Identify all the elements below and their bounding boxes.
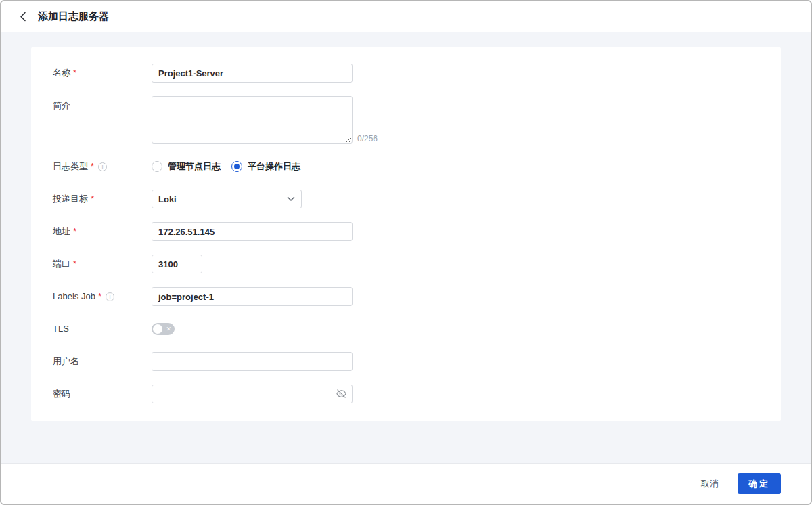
description-label-text: 简介 [53,96,70,115]
tls-toggle[interactable] [152,323,175,335]
required-asterisk: * [73,64,76,83]
port-label: 端口 * [53,255,152,273]
target-select-value: Loki [158,194,177,204]
target-label-text: 投递目标 [53,190,88,208]
address-label-text: 地址 [53,222,70,241]
password-input[interactable] [152,385,353,403]
chevron-left-icon [20,12,26,22]
form-row-password: 密码 [53,385,759,403]
form-row-description: 简介 0/256 [53,96,759,144]
log-type-radio-group: 管理节点日志 平台操作日志 [152,157,300,176]
radio-label: 管理节点日志 [168,160,221,173]
target-label: 投递目标 * [53,190,152,208]
password-label: 密码 [53,385,152,403]
name-input[interactable] [152,64,353,83]
radio-label: 平台操作日志 [248,160,300,173]
required-asterisk: * [73,255,76,273]
port-label-text: 端口 [53,255,70,273]
port-input[interactable] [152,255,202,273]
x-mark-icon [166,326,171,332]
password-label-text: 密码 [53,385,70,403]
header-bar: 添加日志服务器 [1,1,811,32]
labels-job-input[interactable] [152,287,353,306]
radio-option-platform-op-log[interactable]: 平台操作日志 [231,160,300,173]
form-row-labels-job: Labels Job * [53,287,759,306]
description-label: 简介 [53,96,152,115]
description-textarea[interactable] [152,96,353,144]
footer-bar: 取消 确定 [1,463,811,504]
toggle-knob [153,324,162,334]
username-input[interactable] [152,352,353,371]
name-label: 名称 * [53,64,152,83]
log-type-label: 日志类型 * [53,157,152,176]
form-row-username: 用户名 [53,352,759,371]
form-row-name: 名称 * [53,64,759,83]
form-card: 名称 * 简介 0/256 日志类型 [31,47,781,421]
info-icon[interactable] [106,292,114,301]
required-asterisk: * [98,287,102,306]
labels-job-label: Labels Job * [53,287,152,306]
back-button[interactable] [18,12,28,22]
radio-option-mgmt-node-log[interactable]: 管理节点日志 [152,160,221,173]
username-label-text: 用户名 [53,352,79,371]
form-row-target: 投递目标 * Loki [53,190,759,208]
required-asterisk: * [73,222,76,241]
tls-label-text: TLS [53,320,69,338]
cancel-button[interactable]: 取消 [701,478,719,490]
info-icon[interactable] [98,162,107,171]
add-log-server-screen: 添加日志服务器 名称 * 简介 0/256 [0,0,812,505]
target-select[interactable]: Loki [152,190,302,208]
form-row-port: 端口 * [53,255,759,273]
char-counter: 0/256 [357,134,378,144]
address-label: 地址 * [53,222,152,241]
required-asterisk: * [91,157,94,176]
tls-label: TLS [53,320,152,338]
page-body: 名称 * 简介 0/256 日志类型 [1,32,811,463]
page-title: 添加日志服务器 [38,10,109,23]
address-input[interactable] [152,222,353,241]
labels-job-label-text: Labels Job [53,287,95,306]
form-row-log-type: 日志类型 * 管理节点日志 平台操作日志 [53,157,759,176]
form-row-address: 地址 * [53,222,759,241]
name-label-text: 名称 [53,64,70,83]
username-label: 用户名 [53,352,152,371]
chevron-down-icon [287,196,295,202]
eye-off-icon[interactable] [336,389,346,399]
log-type-label-text: 日志类型 [53,157,88,176]
radio-icon[interactable] [152,161,162,172]
radio-icon[interactable] [231,161,242,172]
form-row-tls: TLS [53,320,759,338]
confirm-button[interactable]: 确定 [738,473,781,494]
required-asterisk: * [91,190,94,208]
